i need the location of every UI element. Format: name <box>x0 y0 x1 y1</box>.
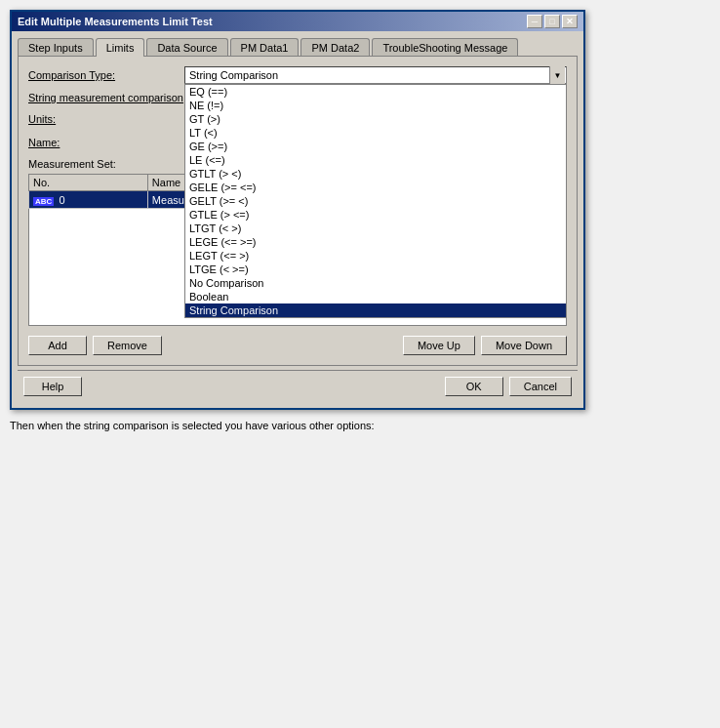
tab-pm-data2[interactable]: PM Data2 <box>300 38 370 57</box>
right-buttons: Move Up Move Down <box>403 336 567 355</box>
dropdown-option-ltgt[interactable]: LTGT (< >) <box>185 222 566 235</box>
action-buttons-row: Add Remove Move Up Move Down <box>28 336 567 355</box>
left-buttons: Add Remove <box>28 336 162 355</box>
dropdown-option-ltge[interactable]: LTGE (< >=) <box>185 263 566 276</box>
window-title: Edit Multiple Measurements Limit Test <box>18 16 213 27</box>
dropdown-option-gelt[interactable]: GELT (>= <) <box>185 194 566 208</box>
comparison-type-dropdown-list[interactable]: EQ (==) NE (!=) GT (>) LT (<) GE (>=) LE… <box>184 84 567 318</box>
comparison-type-selected-value: String Comparison <box>189 69 278 81</box>
dropdown-option-boolean[interactable]: Boolean <box>185 290 566 303</box>
window-body: Step Inputs Limits Data Source PM Data1 … <box>12 31 583 408</box>
dropdown-option-gele[interactable]: GELE (>= <=) <box>185 181 566 194</box>
ok-cancel-buttons: OK Cancel <box>445 377 572 396</box>
dropdown-option-gtlt[interactable]: GTLT (> <) <box>185 167 566 181</box>
dropdown-option-lege[interactable]: LEGE (<= >=) <box>185 235 566 249</box>
cell-no-value: 0 <box>59 194 64 206</box>
title-bar: Edit Multiple Measurements Limit Test ─ … <box>12 12 583 31</box>
tab-step-inputs[interactable]: Step Inputs <box>18 38 94 57</box>
tab-pm-data1[interactable]: PM Data1 <box>230 38 300 57</box>
dialog-footer: Help OK Cancel <box>18 370 578 402</box>
tab-content-limits: Comparison Type: String Comparison ▼ EQ … <box>18 56 578 366</box>
dropdown-option-eq[interactable]: EQ (==) <box>185 85 566 99</box>
dropdown-option-string-comparison[interactable]: String Comparison <box>185 303 566 317</box>
col-no: No. <box>29 175 148 191</box>
dropdown-arrow-icon: ▼ <box>549 66 565 84</box>
name-label: Name: <box>28 137 184 148</box>
cancel-button[interactable]: Cancel <box>509 377 572 396</box>
comparison-type-dropdown-btn[interactable]: String Comparison ▼ <box>184 66 567 84</box>
move-down-button[interactable]: Move Down <box>481 336 567 355</box>
dropdown-option-ne[interactable]: NE (!=) <box>185 99 566 112</box>
dropdown-option-gtle[interactable]: GTLE (> <=) <box>185 208 566 222</box>
units-label: Units: <box>28 113 184 125</box>
comparison-type-dropdown[interactable]: String Comparison ▼ EQ (==) NE (!=) GT (… <box>184 66 567 84</box>
dropdown-option-ge[interactable]: GE (>=) <box>185 140 566 153</box>
dropdown-option-le[interactable]: LE (<=) <box>185 153 566 167</box>
main-window: Edit Multiple Measurements Limit Test ─ … <box>10 10 585 410</box>
maximize-button[interactable]: □ <box>544 15 560 28</box>
close-button[interactable]: ✕ <box>562 15 578 28</box>
dropdown-option-lt[interactable]: LT (<) <box>185 126 566 140</box>
dropdown-option-legt[interactable]: LEGT (<= >) <box>185 249 566 263</box>
ok-button[interactable]: OK <box>445 377 503 396</box>
remove-button[interactable]: Remove <box>93 336 162 355</box>
dropdown-option-gt[interactable]: GT (>) <box>185 112 566 126</box>
help-button[interactable]: Help <box>23 377 82 396</box>
comparison-type-row: Comparison Type: String Comparison ▼ EQ … <box>28 66 567 84</box>
tab-troubleshooting[interactable]: TroubleShooting Message <box>372 38 518 57</box>
add-button[interactable]: Add <box>28 336 87 355</box>
title-bar-buttons: ─ □ ✕ <box>527 15 578 28</box>
tab-limits[interactable]: Limits <box>96 38 145 57</box>
tab-data-source[interactable]: Data Source <box>146 38 227 57</box>
move-up-button[interactable]: Move Up <box>403 336 475 355</box>
minimize-button[interactable]: ─ <box>527 15 542 28</box>
comparison-type-control: String Comparison ▼ EQ (==) NE (!=) GT (… <box>184 66 567 84</box>
cell-no: ABC 0 <box>29 191 148 209</box>
tab-bar: Step Inputs Limits Data Source PM Data1 … <box>18 37 578 56</box>
caption: Then when the string comparison is selec… <box>10 420 710 431</box>
string-measurement-label: String measurement comparison <box>28 92 184 103</box>
dropdown-option-no-comparison[interactable]: No Comparison <box>185 276 566 290</box>
comparison-type-label: Comparison Type: <box>28 69 184 81</box>
abc-badge: ABC <box>33 197 54 206</box>
